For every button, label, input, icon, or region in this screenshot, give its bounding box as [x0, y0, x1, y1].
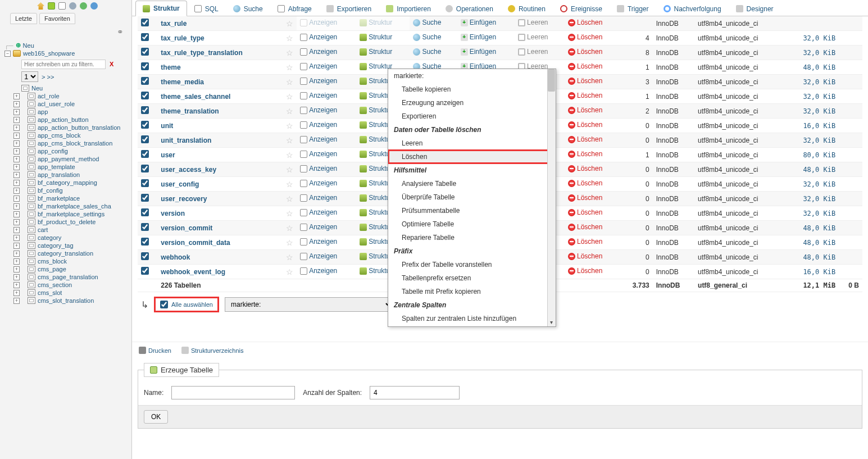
tab-abfrage[interactable]: Abfrage [270, 1, 319, 16]
tree-table-row[interactable]: + cart [4, 226, 131, 234]
table-link[interactable]: app_template [38, 163, 75, 170]
row-checkbox[interactable] [141, 165, 149, 172]
tree-table-row[interactable]: + app_cms_block_translation [4, 139, 131, 147]
with-selected-dropdown[interactable]: markierte: ▾ Tabelle kopierenErzeugung a… [388, 69, 556, 327]
table-link[interactable]: cms_block [38, 258, 67, 265]
tree-table-row[interactable]: + acl_user_role [4, 100, 131, 108]
expand-icon[interactable]: + [13, 188, 20, 194]
tree-table-row[interactable]: + app_template [4, 163, 131, 171]
table-name-link[interactable]: tax_rule_type_translation [161, 49, 242, 57]
browse-link[interactable]: Anzeigen [300, 135, 337, 143]
tree-table-row[interactable]: + app_cms_block [4, 131, 131, 139]
browse-link[interactable]: Anzeigen [300, 33, 337, 41]
table-name-link[interactable]: user_config [161, 180, 199, 188]
browse-link[interactable]: Anzeigen [300, 62, 337, 70]
drop-link[interactable]: Löschen [568, 252, 602, 260]
favorite-icon[interactable]: ☆ [286, 136, 293, 145]
dropdown-item[interactable]: Erzeugung anzeigen [388, 96, 556, 110]
expand-icon[interactable]: + [13, 266, 20, 272]
settings-icon[interactable] [69, 2, 76, 10]
favorite-icon[interactable]: ☆ [286, 267, 293, 276]
pager-next[interactable]: > >> [42, 74, 54, 80]
expand-icon[interactable]: + [13, 109, 20, 115]
expand-icon[interactable]: + [13, 156, 20, 162]
table-link[interactable]: cms_page [38, 266, 66, 272]
table-link[interactable]: bf_product_to_delete [38, 219, 96, 225]
favorite-icon[interactable]: ☆ [286, 253, 293, 262]
dropdown-item[interactable]: Prüfsummentabelle [388, 204, 556, 217]
tab-suche[interactable]: Suche [226, 1, 270, 16]
table-link[interactable]: app [38, 108, 48, 115]
expand-icon[interactable]: + [13, 282, 20, 288]
table-link[interactable]: bf_config [38, 187, 63, 194]
table-name-link[interactable]: webhook [161, 253, 190, 261]
select-all-link[interactable]: Alle auswählen [171, 301, 213, 308]
dropdown-item[interactable]: Optimiere Tabelle [388, 217, 556, 231]
sidebar-tab-recent[interactable]: Letzte [10, 13, 37, 24]
expand-icon[interactable]: + [13, 258, 20, 265]
browse-link[interactable]: Anzeigen [300, 121, 337, 129]
tree-table-row[interactable]: + app_payment_method [4, 155, 131, 163]
tree-table-row[interactable]: + app_translation [4, 171, 131, 179]
table-name-link[interactable]: theme_translation [161, 107, 219, 115]
table-link[interactable]: cms_section [38, 281, 72, 288]
expand-icon[interactable]: + [13, 251, 20, 257]
database-link[interactable]: web165_shopware [23, 50, 75, 57]
row-checkbox[interactable] [141, 48, 149, 56]
dropdown-item[interactable]: Spalten zur zentralen Liste hinzufügen [388, 312, 556, 325]
search-link[interactable]: Suche [413, 19, 441, 26]
browse-link[interactable]: Anzeigen [300, 179, 337, 187]
scroll-down-icon[interactable]: ▾ [548, 319, 555, 326]
browse-link[interactable]: Anzeigen [300, 92, 337, 99]
scrollbar-thumb[interactable] [548, 69, 555, 92]
reload-icon[interactable] [80, 2, 87, 10]
favorite-icon[interactable]: ☆ [286, 63, 293, 72]
sidebar-tab-favorites[interactable]: Favoriten [39, 13, 75, 24]
browse-link[interactable]: Anzeigen [300, 48, 337, 56]
favorite-icon[interactable]: ☆ [286, 224, 293, 233]
with-selected-select[interactable]: markierte: [225, 297, 393, 312]
home-icon[interactable] [37, 2, 44, 10]
dropdown-item[interactable]: Prefix der Tabelle voranstellen [388, 258, 556, 271]
tree-table-row[interactable]: + category_translation [4, 249, 131, 257]
new-table-link[interactable]: Neu [31, 85, 43, 92]
favorite-icon[interactable]: ☆ [286, 165, 293, 174]
table-link[interactable]: cms_page_translation [38, 274, 98, 280]
expand-icon[interactable]: + [13, 125, 20, 131]
table-name-link[interactable]: user_access_key [161, 166, 216, 174]
table-link[interactable]: category_translation [38, 250, 93, 257]
favorite-icon[interactable]: ☆ [286, 34, 293, 43]
drop-link[interactable]: Löschen [568, 33, 602, 41]
tree-table-row[interactable]: + bf_category_mapping [4, 179, 131, 187]
dropdown-item[interactable]: Löschen [388, 150, 556, 163]
row-checkbox[interactable] [141, 252, 149, 260]
dropdown-item[interactable]: Überprüfe Tabelle [388, 190, 556, 204]
drop-link[interactable]: Löschen [568, 267, 602, 275]
insert-link[interactable]: Einfügen [461, 48, 496, 56]
table-link[interactable]: app_payment_method [38, 156, 99, 162]
browse-link[interactable]: Anzeigen [300, 208, 337, 216]
favorite-icon[interactable]: ☆ [286, 121, 293, 130]
tree-table-row[interactable]: + category [4, 234, 131, 242]
favorite-icon[interactable]: ☆ [286, 19, 293, 28]
tree-table-row[interactable]: + app_action_button_translation [4, 124, 131, 131]
table-link[interactable]: app_action_button_translation [38, 124, 120, 131]
browse-link[interactable]: Anzeigen [300, 223, 337, 231]
favorite-icon[interactable]: ☆ [286, 78, 293, 87]
table-link[interactable]: cms_slot [38, 289, 62, 296]
favorite-icon[interactable]: ☆ [286, 107, 293, 116]
table-link[interactable]: category_tag [38, 242, 74, 249]
ok-button[interactable]: OK [144, 410, 168, 424]
drop-link[interactable]: Löschen [568, 92, 602, 99]
drop-link[interactable]: Löschen [568, 77, 602, 85]
print-link[interactable]: Drucken [139, 347, 171, 354]
table-link[interactable]: bf_category_mapping [38, 179, 97, 186]
table-name-link[interactable]: version_commit [161, 224, 212, 232]
expand-icon[interactable]: + [13, 274, 20, 280]
drop-link[interactable]: Löschen [568, 62, 602, 70]
drop-link[interactable]: Löschen [568, 150, 602, 158]
tree-new-table[interactable]: Neu [4, 84, 131, 92]
logout-icon[interactable] [48, 2, 55, 10]
table-name-link[interactable]: theme [161, 63, 180, 71]
dropdown-item[interactable]: Tabelle mit Prefix kopieren [388, 285, 556, 298]
